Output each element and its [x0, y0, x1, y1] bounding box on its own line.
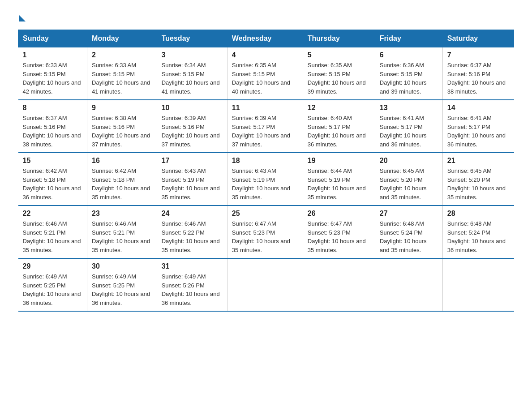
day-number: 31 [162, 262, 223, 270]
calendar-week-4: 22Sunrise: 6:46 AMSunset: 5:21 PMDayligh… [18, 206, 514, 258]
calendar-week-2: 8Sunrise: 6:37 AMSunset: 5:16 PMDaylight… [18, 100, 514, 153]
day-info: Sunrise: 6:45 AMSunset: 5:20 PMDaylight:… [447, 167, 506, 201]
calendar-cell [442, 258, 514, 311]
logo [18, 13, 26, 21]
day-number: 13 [380, 104, 438, 112]
day-number: 3 [162, 51, 223, 59]
calendar-cell: 4Sunrise: 6:35 AMSunset: 5:15 PMDaylight… [227, 47, 303, 100]
header-saturday: Saturday [442, 30, 514, 47]
header-tuesday: Tuesday [157, 30, 227, 47]
header-monday: Monday [87, 30, 157, 47]
day-info: Sunrise: 6:38 AMSunset: 5:16 PMDaylight:… [92, 115, 150, 148]
calendar-cell: 24Sunrise: 6:46 AMSunset: 5:22 PMDayligh… [157, 206, 227, 258]
day-number: 17 [162, 157, 223, 165]
calendar-header-row: SundayMondayTuesdayWednesdayThursdayFrid… [18, 30, 514, 47]
day-number: 12 [308, 104, 370, 112]
day-info: Sunrise: 6:43 AMSunset: 5:19 PMDaylight:… [232, 167, 290, 201]
calendar-week-3: 15Sunrise: 6:42 AMSunset: 5:18 PMDayligh… [18, 153, 514, 206]
calendar-cell: 1Sunrise: 6:33 AMSunset: 5:15 PMDaylight… [18, 47, 87, 100]
day-info: Sunrise: 6:39 AMSunset: 5:17 PMDaylight:… [232, 115, 290, 148]
calendar-cell: 21Sunrise: 6:45 AMSunset: 5:20 PMDayligh… [442, 153, 514, 206]
day-info: Sunrise: 6:40 AMSunset: 5:17 PMDaylight:… [308, 115, 366, 148]
calendar-cell: 13Sunrise: 6:41 AMSunset: 5:17 PMDayligh… [375, 100, 442, 153]
day-info: Sunrise: 6:42 AMSunset: 5:18 PMDaylight:… [92, 167, 150, 201]
day-number: 10 [162, 104, 223, 112]
calendar-table: SundayMondayTuesdayWednesdayThursdayFrid… [18, 30, 514, 312]
calendar-cell: 31Sunrise: 6:49 AMSunset: 5:26 PMDayligh… [157, 258, 227, 311]
calendar-cell: 28Sunrise: 6:48 AMSunset: 5:24 PMDayligh… [442, 206, 514, 258]
day-number: 4 [232, 51, 298, 59]
day-info: Sunrise: 6:37 AMSunset: 5:16 PMDaylight:… [23, 115, 81, 148]
day-info: Sunrise: 6:42 AMSunset: 5:18 PMDaylight:… [23, 167, 81, 201]
calendar-cell: 3Sunrise: 6:34 AMSunset: 5:15 PMDaylight… [157, 47, 227, 100]
header-friday: Friday [375, 30, 442, 47]
calendar-cell: 2Sunrise: 6:33 AMSunset: 5:15 PMDaylight… [87, 47, 157, 100]
day-info: Sunrise: 6:37 AMSunset: 5:16 PMDaylight:… [447, 62, 506, 95]
calendar-cell: 29Sunrise: 6:49 AMSunset: 5:25 PMDayligh… [18, 258, 87, 311]
day-number: 24 [162, 210, 223, 218]
day-number: 2 [92, 51, 152, 59]
calendar-cell: 7Sunrise: 6:37 AMSunset: 5:16 PMDaylight… [442, 47, 514, 100]
day-info: Sunrise: 6:47 AMSunset: 5:23 PMDaylight:… [232, 220, 290, 253]
calendar-cell: 14Sunrise: 6:41 AMSunset: 5:17 PMDayligh… [442, 100, 514, 153]
calendar-cell [375, 258, 442, 311]
calendar-cell: 10Sunrise: 6:39 AMSunset: 5:16 PMDayligh… [157, 100, 227, 153]
day-number: 27 [380, 210, 438, 218]
calendar-cell: 11Sunrise: 6:39 AMSunset: 5:17 PMDayligh… [227, 100, 303, 153]
calendar-cell: 23Sunrise: 6:46 AMSunset: 5:21 PMDayligh… [87, 206, 157, 258]
day-info: Sunrise: 6:45 AMSunset: 5:20 PMDaylight:… [380, 167, 427, 201]
day-number: 15 [23, 157, 83, 165]
day-info: Sunrise: 6:48 AMSunset: 5:24 PMDaylight:… [380, 220, 427, 253]
day-number: 28 [447, 210, 510, 218]
day-info: Sunrise: 6:36 AMSunset: 5:15 PMDaylight:… [380, 62, 427, 95]
day-number: 26 [308, 210, 370, 218]
logo-arrow-icon [19, 15, 26, 21]
day-number: 14 [447, 104, 510, 112]
day-info: Sunrise: 6:34 AMSunset: 5:15 PMDaylight:… [162, 62, 220, 95]
calendar-cell: 27Sunrise: 6:48 AMSunset: 5:24 PMDayligh… [375, 206, 442, 258]
day-number: 11 [232, 104, 298, 112]
calendar-cell: 8Sunrise: 6:37 AMSunset: 5:16 PMDaylight… [18, 100, 87, 153]
header-thursday: Thursday [303, 30, 375, 47]
day-number: 7 [447, 51, 510, 59]
calendar-cell: 6Sunrise: 6:36 AMSunset: 5:15 PMDaylight… [375, 47, 442, 100]
day-number: 1 [23, 51, 83, 59]
calendar-cell [303, 258, 375, 311]
calendar-cell: 25Sunrise: 6:47 AMSunset: 5:23 PMDayligh… [227, 206, 303, 258]
calendar-cell: 9Sunrise: 6:38 AMSunset: 5:16 PMDaylight… [87, 100, 157, 153]
day-number: 20 [380, 157, 438, 165]
day-info: Sunrise: 6:46 AMSunset: 5:21 PMDaylight:… [23, 220, 81, 253]
calendar-cell: 20Sunrise: 6:45 AMSunset: 5:20 PMDayligh… [375, 153, 442, 206]
calendar-week-5: 29Sunrise: 6:49 AMSunset: 5:25 PMDayligh… [18, 258, 514, 311]
calendar-cell: 12Sunrise: 6:40 AMSunset: 5:17 PMDayligh… [303, 100, 375, 153]
day-number: 5 [308, 51, 370, 59]
day-info: Sunrise: 6:47 AMSunset: 5:23 PMDaylight:… [308, 220, 366, 253]
day-info: Sunrise: 6:49 AMSunset: 5:26 PMDaylight:… [162, 273, 220, 306]
day-info: Sunrise: 6:46 AMSunset: 5:22 PMDaylight:… [162, 220, 220, 253]
day-info: Sunrise: 6:35 AMSunset: 5:15 PMDaylight:… [232, 62, 290, 95]
day-number: 16 [92, 157, 152, 165]
day-info: Sunrise: 6:33 AMSunset: 5:15 PMDaylight:… [23, 62, 81, 95]
day-info: Sunrise: 6:35 AMSunset: 5:15 PMDaylight:… [308, 62, 366, 95]
day-info: Sunrise: 6:33 AMSunset: 5:15 PMDaylight:… [92, 62, 150, 95]
day-number: 25 [232, 210, 298, 218]
calendar-cell: 30Sunrise: 6:49 AMSunset: 5:25 PMDayligh… [87, 258, 157, 311]
day-info: Sunrise: 6:44 AMSunset: 5:19 PMDaylight:… [308, 167, 366, 201]
calendar-cell: 26Sunrise: 6:47 AMSunset: 5:23 PMDayligh… [303, 206, 375, 258]
calendar-cell: 16Sunrise: 6:42 AMSunset: 5:18 PMDayligh… [87, 153, 157, 206]
page-header [18, 13, 514, 21]
day-number: 19 [308, 157, 370, 165]
day-number: 23 [92, 210, 152, 218]
calendar-cell: 5Sunrise: 6:35 AMSunset: 5:15 PMDaylight… [303, 47, 375, 100]
day-number: 18 [232, 157, 298, 165]
day-info: Sunrise: 6:39 AMSunset: 5:16 PMDaylight:… [162, 115, 220, 148]
header-wednesday: Wednesday [227, 30, 303, 47]
day-number: 9 [92, 104, 152, 112]
calendar-cell: 22Sunrise: 6:46 AMSunset: 5:21 PMDayligh… [18, 206, 87, 258]
day-info: Sunrise: 6:49 AMSunset: 5:25 PMDaylight:… [23, 273, 81, 306]
day-number: 29 [23, 262, 83, 270]
day-number: 30 [92, 262, 152, 270]
calendar-cell: 19Sunrise: 6:44 AMSunset: 5:19 PMDayligh… [303, 153, 375, 206]
day-number: 6 [380, 51, 438, 59]
day-number: 21 [447, 157, 510, 165]
